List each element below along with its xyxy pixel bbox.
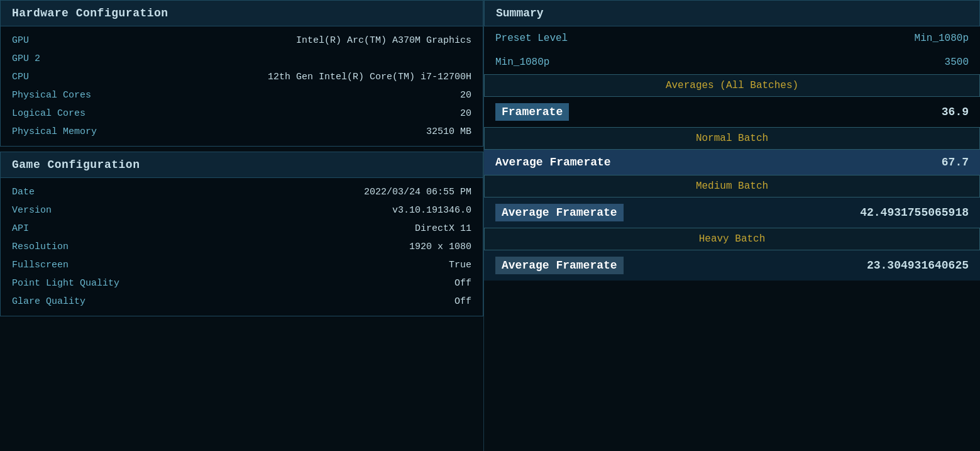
game-config-content: Date 2022/03/24 06:55 PM Version v3.10.1… <box>0 178 483 316</box>
medium-avg-value: 42.4931755065918 <box>860 206 969 219</box>
normal-batch-header: Normal Batch <box>484 127 980 150</box>
glare-quality-value: Off <box>454 296 471 307</box>
normal-avg-value: 67.7 <box>942 156 969 169</box>
cpu-value: 12th Gen Intel(R) Core(TM) i7-12700H <box>268 72 471 82</box>
medium-avg-label: Average Framerate <box>495 204 624 221</box>
version-row: Version v3.10.191346.0 <box>12 201 471 220</box>
version-value: v3.10.191346.0 <box>392 205 471 216</box>
date-row: Date 2022/03/24 06:55 PM <box>12 183 471 201</box>
api-row: API DirectX 11 <box>12 220 471 238</box>
date-value: 2022/03/24 06:55 PM <box>364 187 471 198</box>
date-label: Date <box>12 187 35 198</box>
heavy-batch-header: Heavy Batch <box>484 228 980 250</box>
min-1080p-row: Min_1080p 3500 <box>484 50 980 74</box>
physical-cores-label: Physical Cores <box>12 90 91 101</box>
min-1080p-value: 3500 <box>945 57 969 68</box>
summary-header: Summary <box>484 0 980 26</box>
right-panel: Summary Preset Level Min_1080p Min_1080p… <box>484 0 980 451</box>
fullscreen-label: Fullscreen <box>12 260 69 270</box>
normal-avg-label: Average Framerate <box>495 156 611 169</box>
heavy-avg-value: 23.304931640625 <box>867 259 969 272</box>
fullscreen-row: Fullscreen True <box>12 256 471 274</box>
point-light-quality-row: Point Light Quality Off <box>12 274 471 292</box>
logical-cores-row: Logical Cores 20 <box>12 104 471 123</box>
point-light-quality-label: Point Light Quality <box>12 278 119 289</box>
left-panel: Hardware Configuration GPU Intel(R) Arc(… <box>0 0 484 451</box>
gpu2-row: GPU 2 <box>12 50 471 68</box>
point-light-quality-value: Off <box>454 278 471 289</box>
resolution-label: Resolution <box>12 242 69 252</box>
preset-level-value: Min_1080p <box>915 33 969 44</box>
logical-cores-value: 20 <box>460 108 471 119</box>
resolution-row: Resolution 1920 x 1080 <box>12 238 471 256</box>
heavy-avg-label: Average Framerate <box>495 257 624 274</box>
gpu-value: Intel(R) Arc(TM) A370M Graphics <box>296 35 471 46</box>
min-1080p-label: Min_1080p <box>495 57 549 68</box>
cpu-row: CPU 12th Gen Intel(R) Core(TM) i7-12700H <box>12 68 471 86</box>
resolution-value: 1920 x 1080 <box>409 242 471 252</box>
physical-memory-label: Physical Memory <box>12 126 97 137</box>
physical-memory-row: Physical Memory 32510 MB <box>12 123 471 141</box>
glare-quality-row: Glare Quality Off <box>12 292 471 311</box>
averages-all-batches-header: Averages (All Batches) <box>484 74 980 97</box>
preset-level-row: Preset Level Min_1080p <box>484 26 980 50</box>
preset-level-label: Preset Level <box>495 33 568 44</box>
heavy-avg-framerate-row: Average Framerate 23.304931640625 <box>484 250 980 281</box>
framerate-value: 36.9 <box>942 106 969 118</box>
medium-batch-header: Medium Batch <box>484 175 980 198</box>
medium-avg-framerate-row: Average Framerate 42.4931755065918 <box>484 198 980 228</box>
hardware-config-content: GPU Intel(R) Arc(TM) A370M Graphics GPU … <box>0 26 483 147</box>
framerate-label: Framerate <box>495 103 569 121</box>
api-value: DirectX 11 <box>415 223 471 234</box>
physical-cores-value: 20 <box>460 90 471 101</box>
glare-quality-label: Glare Quality <box>12 296 85 307</box>
api-label: API <box>12 223 29 234</box>
version-label: Version <box>12 205 52 216</box>
framerate-averages-row: Framerate 36.9 <box>484 97 980 127</box>
normal-avg-framerate-row: Average Framerate 67.7 <box>484 150 980 175</box>
gpu-row: GPU Intel(R) Arc(TM) A370M Graphics <box>12 31 471 50</box>
physical-cores-row: Physical Cores 20 <box>12 86 471 104</box>
hardware-config-header: Hardware Configuration <box>0 0 483 26</box>
fullscreen-value: True <box>449 260 471 270</box>
gpu-label: GPU <box>12 35 29 46</box>
gpu2-label: GPU 2 <box>12 53 40 64</box>
logical-cores-label: Logical Cores <box>12 108 85 119</box>
physical-memory-value: 32510 MB <box>426 126 471 137</box>
game-config-section: Game Configuration Date 2022/03/24 06:55… <box>0 152 483 316</box>
game-config-header: Game Configuration <box>0 152 483 178</box>
cpu-label: CPU <box>12 72 29 82</box>
summary-content: Preset Level Min_1080p Min_1080p 3500 Av… <box>484 26 980 451</box>
